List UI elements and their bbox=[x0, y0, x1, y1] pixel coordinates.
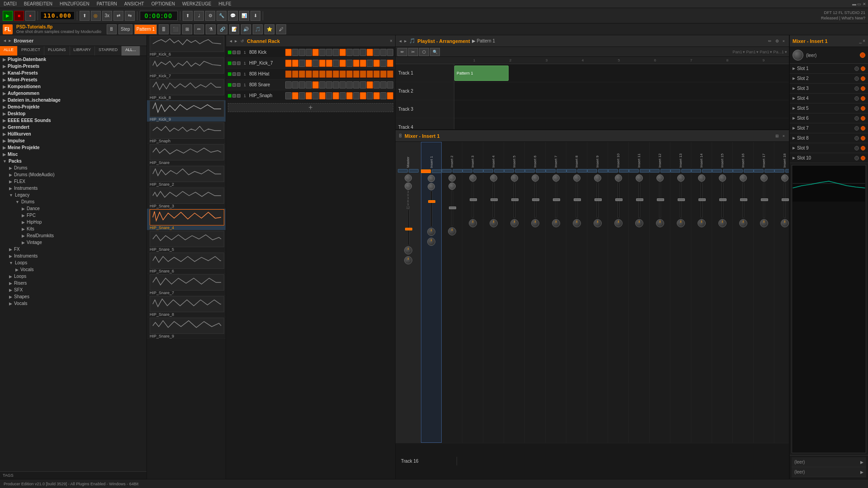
cr-mute[interactable] bbox=[232, 61, 236, 65]
cr-channel-name[interactable]: 808 HiHat bbox=[249, 71, 284, 76]
cr-pad[interactable] bbox=[333, 60, 339, 67]
playlist-close[interactable]: × bbox=[781, 39, 786, 43]
cr-pad[interactable] bbox=[380, 49, 387, 56]
browser-item-loops2[interactable]: ▶Loops bbox=[0, 273, 146, 280]
vol-fader-handle[interactable] bbox=[719, 198, 726, 201]
track-label-3[interactable]: Track 3 bbox=[396, 100, 454, 118]
menu-hilfe[interactable]: HILFE bbox=[217, 1, 233, 6]
cr-pad[interactable] bbox=[285, 60, 292, 67]
cr-pad[interactable] bbox=[326, 81, 332, 89]
browser-item-dateien[interactable]: ▶Dateien in..ischenablage bbox=[0, 97, 146, 103]
insert-slot-2[interactable]: ▶ Slot 2 bbox=[790, 74, 868, 84]
cr-pad[interactable] bbox=[387, 81, 393, 89]
browser-item-kompositionen[interactable]: ▶Kompositionen bbox=[0, 83, 146, 90]
cr-pad[interactable] bbox=[367, 49, 373, 56]
send-btn-left[interactable] bbox=[712, 169, 722, 173]
ch-route-knob[interactable] bbox=[594, 174, 601, 182]
cr-pad[interactable] bbox=[299, 49, 305, 56]
cr-pad[interactable] bbox=[360, 92, 366, 99]
send-btn-left[interactable] bbox=[483, 169, 493, 173]
toolbar-extra-5[interactable]: 💬 bbox=[228, 11, 238, 21]
menu-ansicht[interactable]: ANSICHT bbox=[123, 1, 146, 6]
send-btn-right[interactable] bbox=[764, 169, 774, 173]
vol-fader-handle[interactable] bbox=[428, 200, 435, 203]
vol-fader-handle[interactable] bbox=[532, 198, 539, 201]
browser-item-instruments[interactable]: ▶Instruments bbox=[0, 185, 146, 192]
step-seq-icon[interactable]: Step bbox=[118, 24, 132, 34]
ch-route-knob[interactable] bbox=[719, 174, 726, 182]
cr-pad[interactable] bbox=[346, 81, 353, 89]
insert-slot-10[interactable]: ▶ Slot 10 bbox=[790, 153, 868, 163]
rp-led[interactable] bbox=[860, 52, 865, 58]
vol-fader-handle[interactable] bbox=[553, 198, 560, 201]
send-btn-right[interactable] bbox=[702, 169, 712, 173]
sample-item[interactable]: HIP_Snare_2 bbox=[147, 165, 226, 187]
vol-fader-handle[interactable] bbox=[470, 198, 477, 201]
toolbar-secondary-2[interactable]: ⬛ bbox=[170, 24, 180, 34]
browser-item-loops[interactable]: ▼Loops bbox=[0, 259, 146, 266]
cr-pad[interactable] bbox=[312, 70, 319, 78]
browser-item-meine[interactable]: ▶Meine Projekte bbox=[0, 144, 146, 151]
pl-tool-4[interactable]: 🔍 bbox=[430, 48, 440, 56]
sample-item[interactable]: HIP_Kick_6 bbox=[147, 35, 226, 57]
play-button[interactable]: ▶ bbox=[3, 11, 13, 21]
toolbar-secondary-11[interactable]: 🖊 bbox=[276, 24, 286, 34]
browser-item-dance[interactable]: ▶Dance bbox=[0, 205, 146, 212]
bpm-display[interactable]: 110.000 bbox=[40, 11, 75, 20]
cr-channel-name[interactable]: HIP_Kick_7 bbox=[249, 61, 284, 66]
send-btn-left[interactable] bbox=[421, 169, 431, 173]
vol-fader-handle[interactable] bbox=[636, 198, 643, 201]
cr-pad[interactable] bbox=[353, 81, 359, 89]
sample-item[interactable]: HIP_Kick_8 bbox=[147, 79, 226, 100]
cr-pad[interactable] bbox=[380, 70, 387, 78]
tab-project[interactable]: PROJECT bbox=[18, 46, 44, 56]
cr-pad[interactable] bbox=[340, 60, 346, 67]
browser-item-sfx[interactable]: ▶SFX bbox=[0, 286, 146, 293]
cr-pad[interactable] bbox=[340, 49, 346, 56]
track-16-label[interactable]: Track 16 bbox=[398, 457, 457, 465]
cr-pad[interactable] bbox=[299, 70, 305, 78]
ch-knob-bottom[interactable] bbox=[427, 228, 435, 236]
cr-pad[interactable] bbox=[326, 60, 332, 67]
ch-knob-bottom[interactable] bbox=[781, 219, 789, 227]
cr-pad[interactable] bbox=[360, 70, 366, 78]
menu-werkzeuge[interactable]: WERKZEUGE bbox=[180, 1, 213, 6]
toolbar-btn-2[interactable]: ◎ bbox=[91, 11, 101, 21]
insert-slot-9[interactable]: ▶ Slot 9 bbox=[790, 143, 868, 153]
cr-close[interactable]: × bbox=[390, 38, 392, 43]
cr-pad[interactable] bbox=[353, 70, 359, 78]
cr-pad[interactable] bbox=[360, 81, 366, 89]
cr-pad[interactable] bbox=[373, 60, 380, 67]
toolbar-secondary-7[interactable]: 📝 bbox=[229, 24, 239, 34]
ch-route-knob[interactable] bbox=[615, 174, 622, 182]
cr-pad[interactable] bbox=[333, 81, 339, 89]
browser-item-risers[interactable]: ▶Risers bbox=[0, 280, 146, 286]
tab-starred[interactable]: STARRED bbox=[95, 46, 122, 56]
cr-pad[interactable] bbox=[292, 49, 298, 56]
toolbar-secondary-3[interactable]: ⊞ bbox=[182, 24, 192, 34]
cr-pad[interactable] bbox=[306, 81, 312, 89]
send-btn-right[interactable] bbox=[619, 169, 629, 173]
ch-knob-bottom[interactable] bbox=[404, 246, 412, 254]
cr-pad[interactable] bbox=[346, 49, 353, 56]
sample-item[interactable]: HIP_Snare_5 bbox=[147, 230, 226, 252]
toolbar-btn-3[interactable]: 3x bbox=[102, 11, 112, 21]
browser-item-hiphop[interactable]: ▶HipHop bbox=[0, 219, 146, 225]
send-btn-right[interactable] bbox=[681, 169, 691, 173]
ch-knob-bottom[interactable] bbox=[510, 219, 519, 227]
cr-pad[interactable] bbox=[285, 49, 292, 56]
cr-led[interactable] bbox=[228, 51, 231, 54]
toolbar-secondary-6[interactable]: 🔗 bbox=[217, 24, 227, 34]
cr-pad[interactable] bbox=[306, 60, 312, 67]
pattern-block-1[interactable]: Pattern 1 bbox=[454, 66, 509, 81]
cr-pad[interactable] bbox=[346, 92, 353, 99]
send-btn-left[interactable] bbox=[566, 169, 576, 173]
toolbar-secondary-9[interactable]: 🎵 bbox=[253, 24, 263, 34]
ch-route-knob[interactable] bbox=[490, 174, 497, 182]
ch-knob-bottom[interactable] bbox=[552, 219, 560, 227]
insert-slot-3[interactable]: ▶ Slot 3 bbox=[790, 84, 868, 94]
browser-item-gerendert[interactable]: ▶Gerendert bbox=[0, 124, 146, 131]
browser-item-vocals[interactable]: ▶Vocals bbox=[0, 266, 146, 273]
toolbar-extra-3[interactable]: ⚙ bbox=[205, 11, 215, 21]
browser-item-impulse[interactable]: ▶Impulse bbox=[0, 137, 146, 144]
